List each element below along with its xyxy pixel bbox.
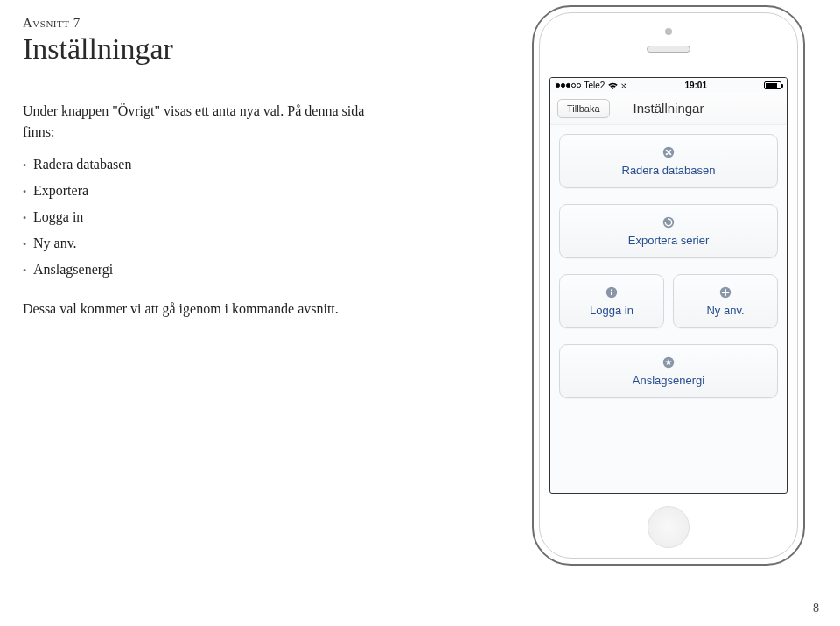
info-circle-icon	[606, 285, 619, 299]
svg-rect-4	[611, 292, 612, 295]
intro-paragraph: Under knappen "Övrigt" visas ett anta ny…	[23, 101, 390, 143]
refresh-circle-icon	[662, 215, 676, 229]
page: Avsnitt 7 Inställningar Under knappen "Ö…	[0, 0, 840, 626]
energy-button[interactable]: Anslagsenergi	[559, 344, 778, 398]
close-circle-icon	[662, 145, 676, 158]
body-text: Under knappen "Övrigt" visas ett anta ny…	[23, 101, 390, 320]
list-item: Logga in	[23, 204, 390, 230]
wifi-icon	[608, 82, 617, 89]
list-item: Exportera	[23, 178, 390, 204]
list-item: Anslagsenergi	[23, 257, 390, 283]
export-series-button[interactable]: Exportera serier	[559, 204, 778, 258]
home-button[interactable]	[648, 506, 690, 548]
card-label: Radera databasen	[622, 164, 716, 177]
card-label: Exportera serier	[628, 234, 709, 247]
carrier-label: Tele2	[584, 81, 606, 90]
signal-dots-icon	[556, 83, 581, 88]
phone-camera	[665, 28, 672, 35]
phone-speaker	[647, 46, 690, 53]
status-time: 19:01	[684, 81, 707, 90]
nav-bar: Tillbaka Inställningar	[550, 92, 787, 125]
status-left: Tele2 ⤭	[556, 81, 627, 90]
card-label: Logga in	[590, 304, 634, 317]
star-circle-icon	[662, 355, 676, 369]
card-label: Anslagsenergi	[633, 374, 704, 387]
login-button[interactable]: Logga in	[559, 274, 664, 328]
list-item: Ny anv.	[23, 230, 390, 257]
battery-icon	[764, 81, 781, 89]
svg-point-3	[611, 289, 612, 291]
page-number: 8	[813, 601, 819, 615]
back-button[interactable]: Tillbaka	[557, 99, 610, 118]
alarm-icon: ⤭	[620, 81, 627, 90]
phone-screen: Tele2 ⤭ 19:01 Tillbaka Inställningar	[550, 77, 788, 494]
card-label: Ny anv.	[706, 304, 744, 317]
bullet-list: Radera databasen Exportera Logga in Ny a…	[23, 151, 390, 283]
card-row: Logga in Ny anv.	[559, 274, 778, 328]
delete-database-button[interactable]: Radera databasen	[559, 134, 778, 188]
phone-frame: Tele2 ⤭ 19:01 Tillbaka Inställningar	[532, 5, 805, 566]
outro-paragraph: Dessa val kommer vi att gå igenom i komm…	[23, 299, 390, 320]
list-item: Radera databasen	[23, 151, 390, 178]
status-bar: Tele2 ⤭ 19:01	[550, 78, 787, 92]
status-right	[764, 81, 781, 89]
plus-circle-icon	[719, 285, 732, 299]
new-user-button[interactable]: Ny anv.	[673, 274, 778, 328]
card-area: Radera databasen Exportera serier Logga …	[550, 125, 787, 407]
